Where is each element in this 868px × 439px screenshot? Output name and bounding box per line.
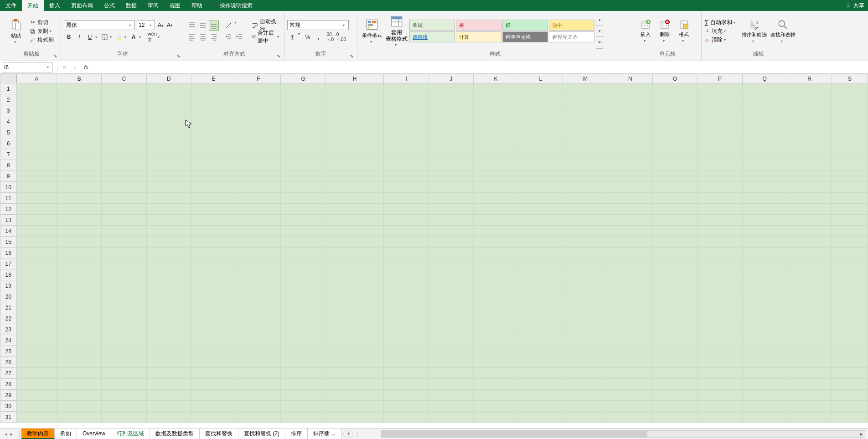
cell[interactable] — [236, 83, 281, 94]
cell[interactable] — [698, 149, 742, 160]
cell[interactable] — [146, 149, 191, 160]
cell[interactable] — [787, 182, 832, 193]
cell[interactable] — [16, 258, 57, 269]
cell[interactable] — [146, 390, 191, 401]
inc-decimal-button[interactable]: .00→.0 — [325, 32, 335, 42]
clear-button[interactable]: 清除▾ — [704, 36, 737, 44]
cell[interactable] — [742, 149, 787, 160]
cell[interactable] — [429, 368, 473, 379]
cell[interactable] — [653, 412, 698, 423]
cell[interactable] — [473, 357, 518, 368]
cell[interactable] — [473, 226, 518, 237]
cell[interactable] — [608, 116, 652, 127]
cell[interactable] — [384, 324, 429, 335]
cell[interactable] — [473, 291, 518, 302]
cell[interactable] — [16, 280, 57, 291]
row-header[interactable]: 17 — [0, 258, 17, 269]
cell[interactable] — [146, 171, 191, 182]
cell[interactable] — [563, 335, 608, 346]
style-link[interactable]: 超链接 — [409, 31, 455, 42]
cell[interactable] — [384, 269, 429, 280]
cell[interactable] — [326, 379, 384, 390]
row-header[interactable]: 19 — [0, 280, 17, 291]
cell[interactable] — [832, 116, 868, 127]
cell[interactable] — [832, 302, 868, 313]
cell[interactable] — [281, 368, 326, 379]
sheet-tab[interactable]: 排序插 ... — [308, 429, 341, 439]
col-header[interactable]: H — [326, 74, 384, 83]
cell[interactable] — [102, 237, 146, 248]
cell[interactable] — [429, 324, 473, 335]
cell[interactable] — [191, 368, 236, 379]
cell[interactable] — [608, 346, 652, 357]
cell[interactable] — [563, 302, 608, 313]
cell[interactable] — [653, 280, 698, 291]
cell[interactable] — [102, 258, 146, 269]
cell[interactable] — [57, 94, 102, 105]
add-sheet-button[interactable]: + — [343, 430, 353, 438]
cell[interactable] — [563, 401, 608, 412]
cell[interactable] — [146, 226, 191, 237]
cell[interactable] — [473, 105, 518, 116]
cell[interactable] — [832, 291, 868, 302]
cell[interactable] — [787, 346, 832, 357]
cell[interactable] — [429, 171, 473, 182]
cell[interactable] — [102, 324, 146, 335]
cell[interactable] — [653, 215, 698, 226]
cell[interactable] — [57, 204, 102, 215]
cell[interactable] — [518, 357, 563, 368]
cell[interactable] — [742, 258, 787, 269]
cell[interactable] — [429, 291, 473, 302]
cell[interactable] — [326, 204, 384, 215]
sheet-tab[interactable]: 查找和替换 — [200, 429, 238, 439]
cell[interactable] — [102, 379, 146, 390]
fx-button[interactable]: fx — [81, 62, 92, 72]
cell[interactable] — [832, 83, 868, 94]
cell[interactable] — [326, 313, 384, 324]
row-header[interactable]: 14 — [0, 226, 17, 237]
cell[interactable] — [518, 280, 563, 291]
cell[interactable] — [191, 269, 236, 280]
underline-button[interactable]: U — [85, 32, 95, 42]
cell[interactable] — [742, 171, 787, 182]
cell[interactable] — [653, 237, 698, 248]
cell[interactable] — [146, 269, 191, 280]
formula-enter-button[interactable]: ✓ — [70, 62, 81, 72]
cell[interactable] — [787, 149, 832, 160]
cell[interactable] — [102, 116, 146, 127]
cell[interactable] — [608, 291, 652, 302]
row-header[interactable]: 31 — [0, 412, 17, 423]
cell[interactable] — [281, 127, 326, 138]
cell[interactable] — [698, 368, 742, 379]
cell[interactable] — [57, 379, 102, 390]
cell[interactable] — [518, 368, 563, 379]
cell[interactable] — [518, 346, 563, 357]
cell[interactable] — [384, 226, 429, 237]
cell[interactable] — [146, 94, 191, 105]
sheet-tab[interactable]: 排序 — [285, 429, 308, 439]
cell[interactable] — [236, 215, 281, 226]
cell[interactable] — [787, 357, 832, 368]
dec-decimal-button[interactable]: .0→.00 — [336, 32, 346, 42]
cell[interactable] — [281, 357, 326, 368]
cell[interactable] — [518, 379, 563, 390]
col-header[interactable]: B — [57, 74, 102, 83]
cell[interactable] — [608, 302, 652, 313]
cell[interactable] — [16, 368, 57, 379]
cell[interactable] — [742, 324, 787, 335]
cell[interactable] — [608, 94, 652, 105]
cell[interactable] — [429, 313, 473, 324]
cell[interactable] — [563, 269, 608, 280]
cell[interactable] — [832, 105, 868, 116]
col-header[interactable]: Q — [742, 74, 787, 83]
cell[interactable] — [787, 226, 832, 237]
cell[interactable] — [787, 138, 832, 149]
cell[interactable] — [384, 335, 429, 346]
indent-inc-button[interactable] — [234, 32, 244, 42]
tab-nav-first[interactable]: ◂ — [5, 431, 7, 437]
paste-button[interactable]: 粘贴 ▾ — [5, 17, 27, 45]
cell[interactable] — [653, 83, 698, 94]
cell[interactable] — [281, 94, 326, 105]
cell[interactable] — [563, 324, 608, 335]
cell[interactable] — [146, 248, 191, 258]
